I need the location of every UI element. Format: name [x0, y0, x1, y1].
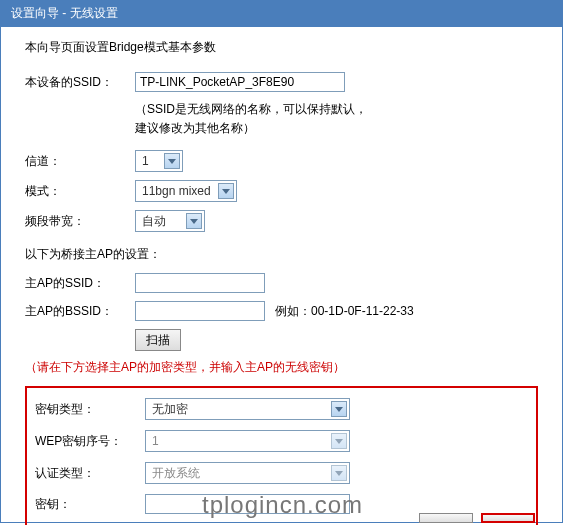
scan-row: 扫描	[25, 329, 538, 351]
bridge-section-label: 以下为桥接主AP的设置：	[25, 246, 538, 263]
wep-index-select: 1	[145, 430, 350, 452]
bssid-example: 例如：00-1D-0F-11-22-33	[275, 303, 414, 320]
auth-type-value: 开放系统	[148, 465, 327, 482]
channel-select[interactable]: 1	[135, 150, 183, 172]
mode-value: 11bgn mixed	[138, 184, 214, 198]
encryption-hint: （请在下方选择主AP的加密类型，并输入主AP的无线密钥）	[25, 359, 538, 376]
mode-select[interactable]: 11bgn mixed	[135, 180, 237, 202]
channel-value: 1	[138, 154, 160, 168]
prev-button[interactable]	[419, 513, 473, 523]
mode-row: 模式： 11bgn mixed	[25, 180, 538, 202]
dropdown-icon	[186, 213, 202, 229]
bandwidth-label: 频段带宽：	[25, 213, 135, 230]
channel-row: 信道： 1	[25, 150, 538, 172]
dropdown-icon	[218, 183, 234, 199]
ssid-input[interactable]	[135, 72, 345, 92]
key-label: 密钥：	[35, 496, 145, 513]
main-ssid-row: 主AP的SSID：	[25, 273, 538, 293]
ssid-hint-line1: （SSID是无线网络的名称，可以保持默认，	[135, 102, 367, 116]
intro-text: 本向导页面设置Bridge模式基本参数	[25, 39, 538, 56]
watermark-text: tplogincn.com	[202, 491, 363, 519]
main-ssid-label: 主AP的SSID：	[25, 275, 135, 292]
dropdown-icon	[164, 153, 180, 169]
auth-type-select: 开放系统	[145, 462, 350, 484]
main-bssid-row: 主AP的BSSID： 例如：00-1D-0F-11-22-33	[25, 301, 538, 321]
channel-label: 信道：	[25, 153, 135, 170]
panel-content: 本向导页面设置Bridge模式基本参数 本设备的SSID： （SSID是无线网络…	[1, 27, 562, 525]
dropdown-icon	[331, 401, 347, 417]
panel-title: 设置向导 - 无线设置	[1, 1, 562, 27]
key-type-select[interactable]: 无加密	[145, 398, 350, 420]
bandwidth-row: 频段带宽： 自动	[25, 210, 538, 232]
dropdown-icon	[331, 433, 347, 449]
next-button[interactable]	[481, 513, 535, 523]
bandwidth-value: 自动	[138, 213, 182, 230]
key-type-label: 密钥类型：	[35, 401, 145, 418]
ssid-hint-line2: 建议修改为其他名称）	[135, 121, 255, 135]
main-bssid-label: 主AP的BSSID：	[25, 303, 135, 320]
auth-type-label: 认证类型：	[35, 465, 145, 482]
ssid-hint: （SSID是无线网络的名称，可以保持默认， 建议修改为其他名称）	[135, 100, 538, 138]
ssid-label: 本设备的SSID：	[25, 74, 135, 91]
key-type-value: 无加密	[148, 401, 327, 418]
bottom-button-bar	[419, 513, 535, 523]
main-ssid-input[interactable]	[135, 273, 265, 293]
wep-index-row: WEP密钥序号： 1	[35, 430, 528, 452]
scan-button[interactable]: 扫描	[135, 329, 181, 351]
key-type-row: 密钥类型： 无加密	[35, 398, 528, 420]
wep-index-value: 1	[148, 434, 327, 448]
auth-type-row: 认证类型： 开放系统	[35, 462, 528, 484]
wizard-panel: 设置向导 - 无线设置 本向导页面设置Bridge模式基本参数 本设备的SSID…	[0, 0, 563, 523]
bandwidth-select[interactable]: 自动	[135, 210, 205, 232]
dropdown-icon	[331, 465, 347, 481]
main-bssid-input[interactable]	[135, 301, 265, 321]
mode-label: 模式：	[25, 183, 135, 200]
wep-index-label: WEP密钥序号：	[35, 433, 145, 450]
ssid-row: 本设备的SSID：	[25, 72, 538, 92]
